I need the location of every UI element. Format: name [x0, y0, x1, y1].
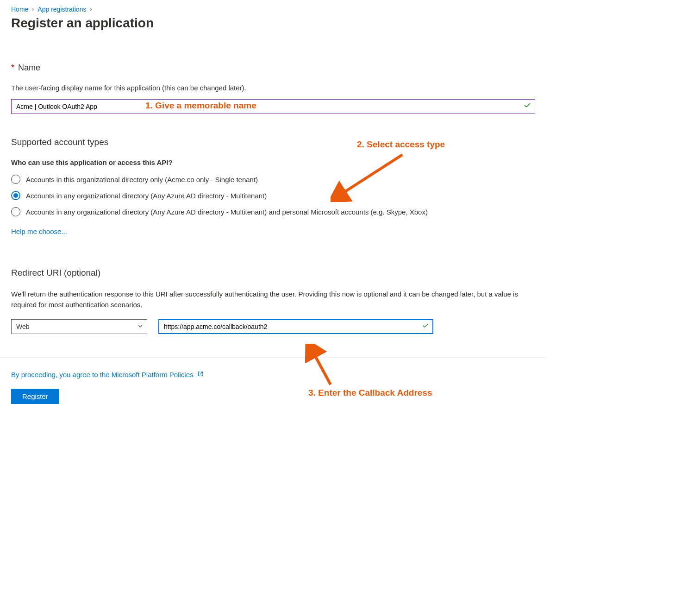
checkmark-icon [524, 102, 531, 111]
breadcrumb-home[interactable]: Home [11, 6, 28, 13]
register-button[interactable]: Register [11, 389, 59, 404]
page-title: Register an application [11, 16, 535, 31]
chevron-right-icon: › [90, 6, 92, 13]
chevron-right-icon: › [32, 6, 34, 13]
name-label-text: Name [18, 63, 40, 73]
breadcrumb-app-registrations[interactable]: App registrations [38, 6, 86, 13]
radio-label: Accounts in this organizational director… [26, 176, 258, 183]
name-input-wrap [11, 99, 535, 114]
redirect-uri-description: We'll return the authentication response… [11, 289, 534, 310]
platform-select[interactable]: Web [11, 319, 147, 334]
name-input[interactable] [16, 103, 520, 110]
platform-select-value: Web [16, 323, 30, 330]
divider [0, 357, 546, 358]
radio-button-icon[interactable] [11, 207, 20, 216]
name-label: * Name [11, 63, 535, 73]
redirect-uri-block: Redirect URI (optional) We'll return the… [11, 268, 535, 334]
redirect-uri-input-wrap [158, 319, 433, 334]
radio-label: Accounts in any organizational directory… [26, 208, 428, 216]
annotation-3: 3. Enter the Callback Address [308, 388, 432, 398]
account-types-radio-group: Accounts in this organizational director… [11, 175, 535, 216]
radio-dot-icon [13, 193, 18, 198]
account-types-title: Supported account types [11, 137, 535, 147]
account-types-block: Supported account types Who can use this… [11, 137, 535, 235]
help-me-choose-link[interactable]: Help me choose... [11, 227, 67, 235]
annotation-4: 4. Press to Register [93, 414, 175, 415]
account-types-question: Who can use this application or access t… [11, 158, 535, 166]
redirect-uri-input[interactable] [164, 323, 419, 330]
svg-line-3 [312, 350, 331, 385]
policy-row: By proceeding, you agree to the Microsof… [11, 371, 535, 379]
radio-button-icon[interactable] [11, 175, 20, 184]
radio-label: Accounts in any organizational directory… [26, 192, 267, 200]
external-link-icon [197, 371, 204, 379]
redirect-uri-title: Redirect URI (optional) [11, 268, 535, 278]
platform-policies-link[interactable]: By proceeding, you agree to the Microsof… [11, 371, 194, 379]
required-asterisk-icon: * [11, 63, 14, 73]
arrow-icon [303, 344, 340, 390]
breadcrumb: Home › App registrations › [11, 6, 535, 13]
checkmark-icon [422, 323, 429, 331]
name-description: The user-facing display name for this ap… [11, 84, 535, 92]
account-type-radio-option[interactable]: Accounts in this organizational director… [11, 175, 535, 184]
account-type-radio-option[interactable]: Accounts in any organizational directory… [11, 191, 535, 200]
chevron-down-icon [138, 323, 143, 330]
radio-button-icon[interactable] [11, 191, 20, 200]
account-type-radio-option[interactable]: Accounts in any organizational directory… [11, 207, 535, 216]
name-field-block: * Name The user-facing display name for … [11, 63, 535, 114]
